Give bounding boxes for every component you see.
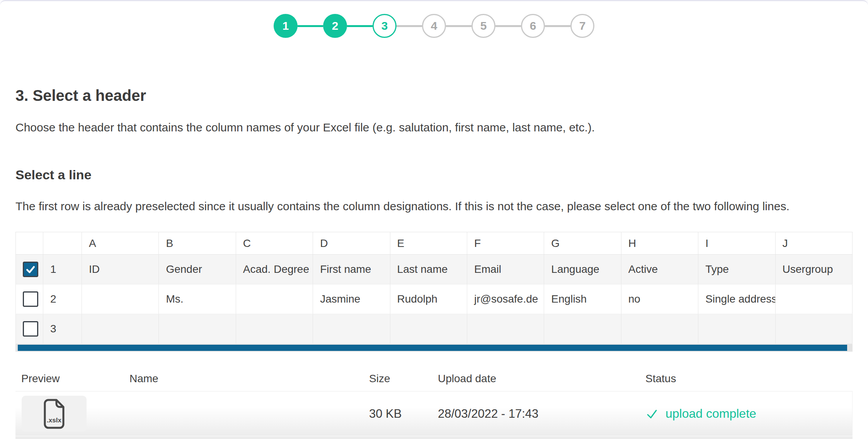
page-description: Choose the header that contains the colu…: [15, 121, 853, 134]
row-number: 2: [43, 284, 82, 314]
file-size: 30 KB: [369, 407, 438, 421]
column-letter: B: [159, 232, 236, 255]
column-letter: C: [236, 232, 313, 255]
step-number: 2: [332, 19, 339, 32]
column-letter: F: [467, 232, 544, 255]
cell: Single address: [698, 284, 775, 314]
cell: [621, 314, 698, 344]
cell: Acad. Degree: [236, 255, 313, 284]
column-letter: E: [390, 232, 467, 255]
cell: [544, 314, 621, 344]
next-row-divider: [15, 436, 853, 439]
stepper-step-5[interactable]: 5: [471, 14, 495, 38]
check-icon: [645, 407, 659, 420]
file-upload-date: 28/03/2022 - 17:43: [438, 407, 645, 421]
column-letter: H: [621, 232, 698, 255]
cell: [236, 314, 313, 344]
stepper-step-7[interactable]: 7: [570, 14, 594, 38]
excel-preview-table: A B C D E F G H I J: [15, 232, 853, 344]
file-header-upload-date: Upload date: [438, 373, 645, 385]
file-preview-tile: .xslx: [22, 396, 87, 432]
stepper-connector: [397, 25, 422, 27]
column-letter: G: [544, 232, 621, 255]
import-wizard-page: 1 2 3 4 5 6 7 3. Select a header Choose …: [0, 0, 868, 439]
cell: no: [621, 284, 698, 314]
cell: Rudolph: [390, 284, 467, 314]
row-1-checkbox-cell: [16, 255, 43, 284]
horizontal-scrollbar-track[interactable]: [15, 344, 853, 352]
file-header-size: Size: [369, 373, 438, 385]
stepper-connector: [298, 25, 323, 27]
corner-cell: [16, 232, 43, 255]
cell: [775, 284, 852, 314]
cell: Ms.: [159, 284, 236, 314]
stepper-connector: [495, 25, 521, 27]
file-row: .xslx 30 KB 28/03/2022 - 17:43 upload co…: [15, 391, 853, 436]
cell: ID: [82, 255, 159, 284]
step-number: 4: [431, 19, 437, 32]
file-status: upload complete: [645, 407, 852, 421]
column-letter: D: [313, 232, 390, 255]
step-number: 6: [530, 19, 536, 32]
select-line-title: Select a line: [15, 168, 853, 182]
file-header-status: Status: [645, 373, 853, 385]
row-number: 3: [43, 314, 82, 344]
stepper-connector: [347, 25, 373, 27]
stepper-step-4[interactable]: 4: [422, 14, 446, 38]
file-header-name: Name: [129, 373, 369, 385]
row-2-checkbox[interactable]: [23, 291, 38, 307]
row-3-checkbox[interactable]: [23, 321, 38, 337]
file-header-preview: Preview: [15, 373, 129, 385]
cell: [236, 284, 313, 314]
column-letter: A: [82, 232, 159, 255]
table-row-1: 1 ID Gender Acad. Degree First name Last…: [16, 255, 853, 284]
cell: [82, 284, 159, 314]
cell: [698, 314, 775, 344]
step-number: 1: [283, 19, 289, 32]
column-letter: J: [775, 232, 852, 255]
step-number: 3: [381, 19, 388, 32]
stepper-connector: [446, 25, 471, 27]
cell: [313, 314, 390, 344]
cell: [82, 314, 159, 344]
cell: Gender: [159, 255, 236, 284]
svg-text:.xslx: .xslx: [47, 417, 61, 424]
horizontal-scrollbar-thumb[interactable]: [18, 345, 847, 351]
step-number: 5: [480, 19, 487, 32]
cell: Email: [467, 255, 544, 284]
row-3-checkbox-cell: [16, 314, 43, 344]
file-status-label: upload complete: [665, 407, 756, 421]
select-line-description: The first row is already preselected sin…: [15, 199, 853, 213]
step-number: 7: [579, 19, 586, 32]
file-xslx-icon: .xslx: [42, 398, 66, 429]
cell: Active: [621, 255, 698, 284]
file-list-header: Preview Name Size Upload date Status: [15, 373, 853, 391]
table-row-3: 3: [16, 314, 853, 344]
stepper-step-1[interactable]: 1: [274, 14, 298, 38]
stepper-step-2[interactable]: 2: [323, 14, 347, 38]
file-preview-cell: .xslx: [15, 396, 129, 432]
cell: Usergroup: [775, 255, 852, 284]
row-1-checkbox[interactable]: [23, 262, 38, 277]
page-title: 3. Select a header: [15, 87, 853, 104]
column-letter: I: [698, 232, 775, 255]
column-letter-row: A B C D E F G H I J: [16, 232, 853, 255]
stepper-step-3[interactable]: 3: [373, 14, 397, 38]
stepper-step-6[interactable]: 6: [521, 14, 545, 38]
row-number: 1: [43, 255, 82, 284]
cell: jr@sosafe.de: [467, 284, 544, 314]
wizard-stepper: 1 2 3 4 5 6 7: [0, 14, 868, 38]
checkbox-check-icon: [25, 264, 36, 275]
cell: [390, 314, 467, 344]
stepper-connector: [545, 25, 570, 27]
cell: Last name: [390, 255, 467, 284]
cell: [775, 314, 852, 344]
cell: Language: [544, 255, 621, 284]
cell: Type: [698, 255, 775, 284]
cell: First name: [313, 255, 390, 284]
cell: [159, 314, 236, 344]
cell: Jasmine: [313, 284, 390, 314]
cell: [467, 314, 544, 344]
table-row-2: 2 Ms. Jasmine Rudolph jr@sosafe.de Engli…: [16, 284, 853, 314]
cell: English: [544, 284, 621, 314]
